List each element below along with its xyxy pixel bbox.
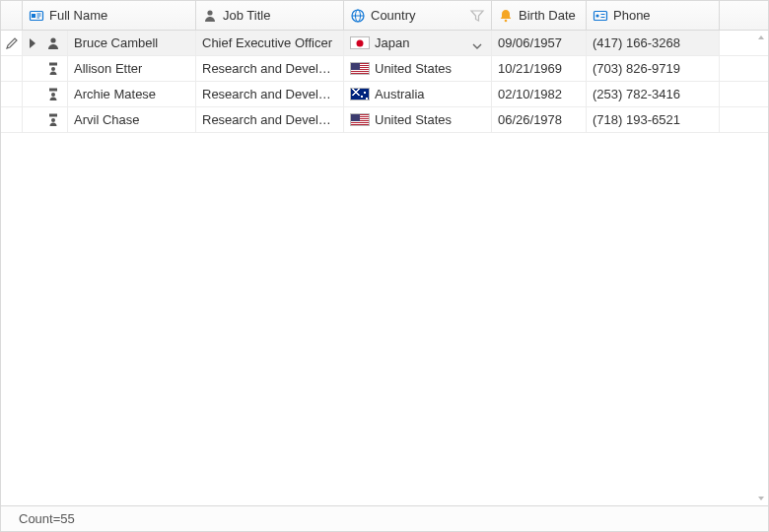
cell-text: Japan bbox=[375, 35, 409, 50]
cell-text: United States bbox=[375, 112, 452, 127]
column-header-label: Job Title bbox=[223, 8, 270, 23]
cell-job-title[interactable]: Research and Develop... bbox=[196, 82, 344, 106]
grid-footer: Count=55 bbox=[1, 505, 768, 531]
person-icon bbox=[45, 35, 61, 51]
cell-text: 10/21/1969 bbox=[498, 61, 562, 76]
row-indicator-header bbox=[1, 1, 23, 30]
svg-point-5 bbox=[207, 10, 212, 15]
flag-icon bbox=[350, 62, 370, 75]
cell-birth-date[interactable]: 06/26/1978 bbox=[492, 107, 587, 132]
cell-text: Research and Develop... bbox=[202, 61, 337, 76]
cell-text: Research and Develop... bbox=[202, 87, 337, 101]
cell-phone[interactable]: (703) 826-9719 bbox=[587, 56, 720, 81]
table-row[interactable]: Archie Matese Research and Develop... Au… bbox=[1, 82, 768, 107]
contact-card-icon bbox=[593, 8, 608, 24]
edit-pencil-icon bbox=[4, 35, 20, 51]
expand-caret-icon[interactable] bbox=[25, 35, 40, 51]
cell-country[interactable]: United States bbox=[344, 107, 492, 132]
bell-icon bbox=[498, 8, 514, 24]
grid-body: Bruce Cambell Chief Executive Officer Ja… bbox=[1, 31, 768, 505]
svg-rect-19 bbox=[49, 113, 57, 116]
column-header-phone[interactable]: Phone bbox=[587, 1, 720, 30]
cell-job-title[interactable]: Research and Develop... bbox=[196, 107, 344, 132]
filter-icon[interactable] bbox=[469, 8, 485, 24]
table-row[interactable]: Arvil Chase Research and Develop... Unit… bbox=[1, 107, 768, 133]
tree-expand-cell[interactable] bbox=[23, 82, 68, 106]
cell-birth-date[interactable]: 09/06/1957 bbox=[492, 31, 587, 55]
column-header-spacer bbox=[720, 1, 768, 30]
column-header-label: Phone bbox=[613, 8, 651, 23]
flag-icon bbox=[350, 36, 370, 49]
footer-summary: Count=55 bbox=[19, 511, 75, 526]
row-indicator bbox=[1, 107, 23, 132]
id-card-icon bbox=[29, 8, 44, 24]
cell-country[interactable]: Japan bbox=[344, 31, 492, 55]
cell-text: Bruce Cambell bbox=[74, 35, 158, 50]
cell-text: (253) 782-3416 bbox=[593, 87, 680, 101]
column-header-label: Birth Date bbox=[519, 8, 576, 23]
column-header-job-title[interactable]: Job Title bbox=[196, 1, 344, 30]
cell-text: United States bbox=[375, 61, 452, 76]
cell-text: Archie Matese bbox=[74, 87, 156, 101]
cell-phone[interactable]: (417) 166-3268 bbox=[587, 31, 720, 55]
column-header-full-name[interactable]: Full Name bbox=[23, 1, 196, 30]
svg-rect-1 bbox=[32, 14, 35, 18]
cell-text: Australia bbox=[375, 87, 425, 101]
cell-text: Allison Etter bbox=[74, 61, 142, 76]
cell-phone[interactable]: (253) 782-3416 bbox=[587, 82, 720, 106]
cell-text: Arvil Chase bbox=[74, 112, 139, 127]
scroll-down-icon[interactable] bbox=[756, 494, 766, 503]
cell-full-name[interactable]: Bruce Cambell bbox=[68, 31, 196, 55]
svg-point-9 bbox=[505, 19, 508, 22]
tree-expand-cell[interactable] bbox=[23, 107, 68, 132]
child-person-icon bbox=[45, 112, 61, 128]
cell-job-title[interactable]: Chief Executive Officer bbox=[196, 31, 344, 55]
column-header-label: Full Name bbox=[49, 8, 107, 23]
table-row[interactable]: Bruce Cambell Chief Executive Officer Ja… bbox=[1, 31, 768, 56]
tree-expand-cell[interactable] bbox=[23, 31, 68, 55]
column-header-country[interactable]: Country bbox=[344, 1, 492, 30]
row-indicator bbox=[1, 82, 23, 106]
cell-text: Chief Executive Officer bbox=[202, 35, 332, 50]
svg-rect-17 bbox=[49, 88, 57, 91]
child-person-icon bbox=[45, 61, 61, 77]
svg-point-16 bbox=[51, 67, 55, 71]
row-indicator bbox=[1, 31, 23, 55]
cell-job-title[interactable]: Research and Develop... bbox=[196, 56, 344, 81]
flag-icon bbox=[350, 88, 370, 100]
cell-country[interactable]: United States bbox=[344, 56, 492, 81]
row-indicator bbox=[1, 56, 23, 81]
tree-grid: Full Name Job Title Country Birth Date bbox=[0, 0, 769, 532]
svg-point-20 bbox=[51, 118, 55, 122]
cell-text: (718) 193-6521 bbox=[593, 112, 680, 127]
cell-full-name[interactable]: Allison Etter bbox=[68, 56, 196, 81]
cell-text: 02/10/1982 bbox=[498, 87, 562, 101]
cell-country[interactable]: Australia bbox=[344, 82, 492, 106]
cell-full-name[interactable]: Arvil Chase bbox=[68, 107, 196, 132]
column-header-row: Full Name Job Title Country Birth Date bbox=[1, 1, 768, 31]
svg-point-14 bbox=[50, 37, 55, 42]
globe-icon bbox=[350, 8, 366, 24]
svg-point-11 bbox=[595, 14, 598, 17]
flag-icon bbox=[350, 113, 370, 126]
svg-point-18 bbox=[51, 93, 55, 97]
cell-text: 06/26/1978 bbox=[498, 112, 562, 127]
cell-text: 09/06/1957 bbox=[498, 35, 562, 50]
cell-text: Research and Develop... bbox=[202, 112, 337, 127]
cell-birth-date[interactable]: 10/21/1969 bbox=[492, 56, 587, 81]
chevron-down-icon[interactable] bbox=[469, 38, 485, 54]
table-row[interactable]: Allison Etter Research and Develop... Un… bbox=[1, 56, 768, 82]
cell-phone[interactable]: (718) 193-6521 bbox=[587, 107, 720, 132]
person-icon bbox=[202, 8, 218, 24]
column-header-label: Country bbox=[371, 8, 416, 23]
cell-text: (703) 826-9719 bbox=[593, 61, 680, 76]
child-person-icon bbox=[45, 87, 61, 102]
tree-expand-cell[interactable] bbox=[23, 56, 68, 81]
scroll-up-icon[interactable] bbox=[756, 33, 766, 42]
cell-text: (417) 166-3268 bbox=[593, 35, 680, 50]
svg-rect-15 bbox=[49, 62, 57, 65]
cell-birth-date[interactable]: 02/10/1982 bbox=[492, 82, 587, 106]
cell-full-name[interactable]: Archie Matese bbox=[68, 82, 196, 106]
column-header-birth-date[interactable]: Birth Date bbox=[492, 1, 587, 30]
